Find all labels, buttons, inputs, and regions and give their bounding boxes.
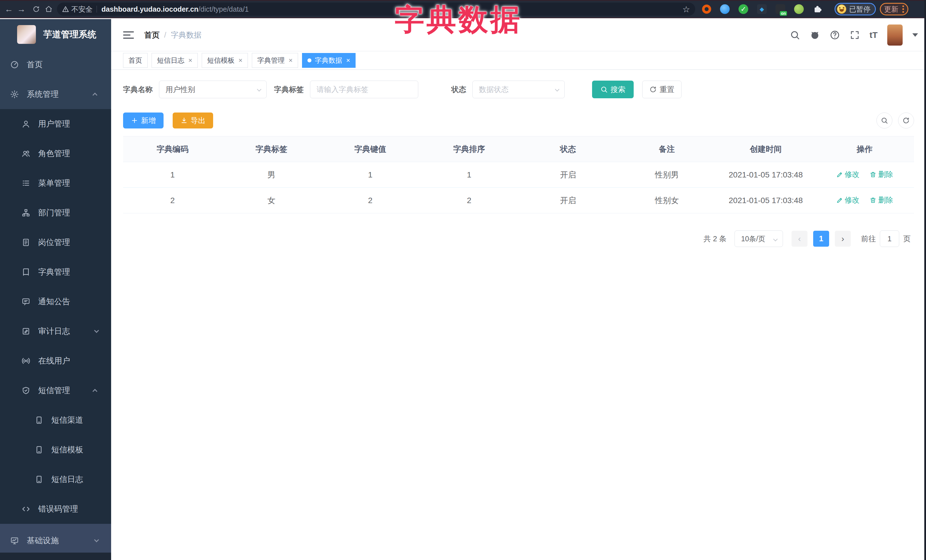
tab-dict-manage[interactable]: 字典管理 × [252,53,298,68]
extension-dark-blue-icon[interactable]: ◆ [757,4,767,14]
dict-tag-label: 字典标签 [274,85,304,95]
col-created: 创建时间 [716,136,815,162]
sidebar-item-system[interactable]: 系统管理 [0,80,111,109]
sidebar-toggle-icon[interactable] [123,31,134,39]
sidebar-item-users[interactable]: 用户管理 [0,109,111,139]
user-avatar[interactable] [887,24,903,45]
profile-emoji-avatar [837,5,846,14]
edit-link[interactable]: 修改 [836,195,859,205]
chevron-up-icon [92,389,97,394]
tab-sms-template[interactable]: 短信模板 × [202,53,248,68]
address-bar[interactable]: 不安全 dashboard.yudao.iocoder.cn /dict/typ… [57,3,695,16]
font-size-icon[interactable]: tT [870,30,878,40]
home-icon[interactable] [45,5,53,13]
sidebar-item-departments[interactable]: 部门管理 [0,198,111,228]
app-logo [17,25,36,44]
sidebar-item-home[interactable]: 首页 [0,50,111,80]
reload-icon[interactable] [32,5,40,13]
close-icon[interactable]: × [346,56,350,64]
search-icon [600,86,608,93]
prev-page-button[interactable]: ‹ [791,231,808,247]
page-root: ← → 不安全 dashboard.yudao.iocoder.cn /dict… [0,0,926,560]
tab-dict-data[interactable]: 字典数据 × [302,53,356,68]
sidebar-item-audit-log[interactable]: 审计日志 [0,317,111,346]
help-icon[interactable] [830,30,840,40]
announcement-icon [22,297,30,306]
extensions-puzzle-icon[interactable] [813,4,822,14]
browser-menu-kebab-icon[interactable] [902,5,904,13]
search-button[interactable]: 搜索 [592,81,634,98]
breadcrumb-home[interactable]: 首页 [144,30,160,40]
extension-orange-icon[interactable] [702,5,711,14]
breadcrumb: 首页 / 字典数据 [144,30,202,40]
plus-icon [131,117,138,124]
total-count-label: 共 2 条 [704,234,726,244]
github-icon[interactable] [810,30,820,40]
status-select[interactable]: 数据状态 [472,81,565,98]
fullscreen-icon[interactable] [850,30,860,40]
edit-link[interactable]: 修改 [836,169,859,180]
edit-icon [836,171,843,178]
sidebar-item-menus[interactable]: 菜单管理 [0,168,111,198]
goto-page-input[interactable] [880,231,899,247]
sidebar-item-sms[interactable]: 短信管理 [0,376,111,405]
dict-tag-input[interactable] [316,85,412,94]
phone-icon [35,416,43,424]
sidebar-item-sms-template[interactable]: 短信模板 [0,435,111,465]
dict-name-select[interactable]: 用户性别 [159,81,267,98]
extension-green-icon[interactable] [794,4,804,14]
table-row: 1 男 1 1 开启 性别男 2021-01-05 17:03:48 修改 [123,162,914,188]
update-label: 更新 [884,5,898,14]
bookmark-star-icon[interactable]: ☆ [682,4,690,14]
extension-green-check-icon[interactable]: ✓ [738,4,748,14]
export-button[interactable]: 导出 [172,113,213,128]
tab-home[interactable]: 首页 [123,53,148,68]
next-page-button[interactable]: › [835,231,851,247]
tab-sms-log[interactable]: 短信日志 × [151,53,198,68]
extension-on-badge-icon[interactable]: on [776,4,785,14]
browser-update-button[interactable]: 更新 [880,3,908,15]
col-dict-code: 字典编码 [123,136,222,162]
sidebar-item-sms-channel[interactable]: 短信渠道 [0,405,111,435]
col-dict-sort: 字典排序 [420,136,519,162]
security-label[interactable]: 不安全 [71,5,92,14]
not-secure-warning-icon [62,6,69,12]
delete-link[interactable]: 删除 [870,169,893,180]
sidebar-item-error-codes[interactable]: 错误码管理 [0,494,111,524]
sidebar-item-roles[interactable]: 角色管理 [0,139,111,168]
sidebar-item-sms-log[interactable]: 短信日志 [0,465,111,494]
close-icon[interactable]: × [239,56,242,64]
avatar-caret-icon[interactable] [912,33,918,37]
close-icon[interactable]: × [289,56,293,64]
status-label: 状态 [451,85,466,95]
back-icon[interactable]: ← [4,4,14,14]
phone-icon [35,445,43,454]
extension-blue-icon[interactable] [720,4,730,14]
overlay-annotation-title: 字典数据 [395,0,522,40]
close-icon[interactable]: × [188,56,192,64]
app-logo-row[interactable]: 芋道管理系统 [0,19,111,50]
forward-icon[interactable]: → [17,4,26,14]
current-page-button[interactable]: 1 [813,231,829,247]
status-text: 开启 [519,188,617,213]
profile-paused-pill[interactable]: 已暂停 [835,3,876,15]
sidebar-bottom-edge [0,552,111,560]
sidebar-item-online-users[interactable]: 在线用户 [0,346,111,376]
reset-button[interactable]: 重置 [642,81,682,98]
search-icon[interactable] [790,30,800,40]
delete-link[interactable]: 删除 [870,195,893,205]
add-button[interactable]: 新增 [123,113,163,128]
sidebar-item-posts[interactable]: 岗位管理 [0,228,111,257]
refresh-table-button[interactable] [898,113,914,128]
toggle-search-button[interactable] [876,113,893,128]
url-path: /dict/type/data/1 [198,5,249,14]
sidebar-item-notice[interactable]: 通知公告 [0,287,111,317]
sidebar-item-dict[interactable]: 字典管理 [0,257,111,287]
dict-name-label: 字典名称 [123,85,153,95]
filter-form: 字典名称 用户性别 字典标签 状态 数据状态 [123,81,914,98]
page-size-select[interactable]: 10条/页 [735,231,783,247]
active-tab-dot [307,58,312,62]
menu-list-icon [22,179,30,187]
paused-label: 已暂停 [849,5,870,14]
table-row: 2 女 2 2 开启 性别女 2021-01-05 17:03:48 修改 [123,188,914,213]
